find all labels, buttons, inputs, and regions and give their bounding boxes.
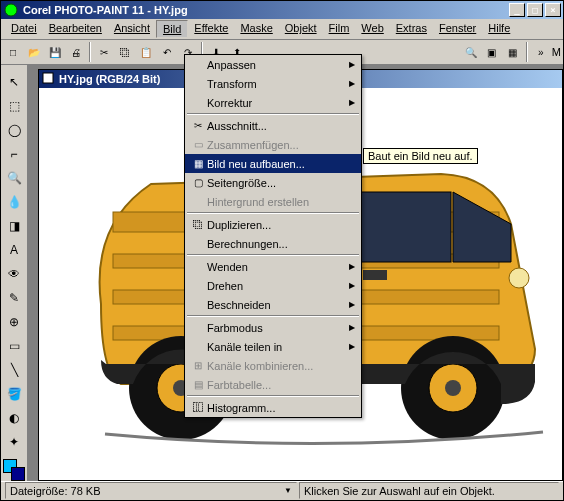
color-swatch[interactable] (3, 459, 25, 481)
close-button[interactable]: × (545, 3, 561, 17)
menuitem-transform[interactable]: Transform▶ (185, 74, 361, 93)
pointer-tool[interactable]: ↖ (3, 71, 25, 93)
toolbar-sep (526, 42, 528, 62)
background-color[interactable] (11, 467, 25, 481)
svg-point-14 (445, 380, 461, 396)
grid-button[interactable]: ▦ (503, 42, 523, 62)
print-button[interactable]: 🖨 (66, 42, 86, 62)
menuitem-label: Zusammenfügen... (207, 139, 299, 151)
rect-mask-tool[interactable]: ⬚ (3, 95, 25, 117)
cut-button[interactable]: ✂ (94, 42, 114, 62)
menuitem-label: Drehen (207, 280, 243, 292)
menuitem-beschneiden[interactable]: Beschneiden▶ (185, 295, 361, 314)
open-button[interactable]: 📂 (24, 42, 44, 62)
redeye-tool[interactable]: 👁 (3, 263, 25, 285)
menu-film[interactable]: Film (323, 20, 356, 38)
submenu-arrow-icon: ▶ (349, 342, 355, 351)
menu-datei[interactable]: Datei (5, 20, 43, 38)
menuitem-label: Hintergrund erstellen (207, 196, 309, 208)
menuitem-icon (189, 259, 207, 275)
line-tool[interactable]: ╲ (3, 359, 25, 381)
menuitem-icon: ⿻ (189, 217, 207, 233)
menu-fenster[interactable]: Fenster (433, 20, 482, 38)
menuitem-kan-le-kombinieren-: ⊞Kanäle kombinieren... (185, 356, 361, 375)
lasso-tool[interactable]: ◯ (3, 119, 25, 141)
launcher-button[interactable]: » (531, 42, 551, 62)
menuitem-zusammenf-gen-: ▭Zusammenfügen... (185, 135, 361, 154)
eyedropper-tool[interactable]: 💧 (3, 191, 25, 213)
submenu-arrow-icon: ▶ (349, 98, 355, 107)
menuitem-icon (189, 194, 207, 210)
menuitem-label: Berechnungen... (207, 238, 288, 250)
menuitem-hintergrund-erstellen: Hintergrund erstellen (185, 192, 361, 211)
menuitem-drehen[interactable]: Drehen▶ (185, 276, 361, 295)
menuitem-farbmodus[interactable]: Farbmodus▶ (185, 318, 361, 337)
menuitem-label: Kanäle kombinieren... (207, 360, 313, 372)
maximize-button[interactable]: □ (527, 3, 543, 17)
mask-button[interactable]: ▣ (482, 42, 502, 62)
new-button[interactable]: □ (3, 42, 23, 62)
menu-ansicht[interactable]: Ansicht (108, 20, 156, 38)
menuitem-icon (189, 95, 207, 111)
gradient-tool[interactable]: ◐ (3, 407, 25, 429)
menuitem-icon (189, 320, 207, 336)
menuitem-seitengr-e-[interactable]: ▢Seitengröße... (185, 173, 361, 192)
menu-effekte[interactable]: Effekte (188, 20, 234, 38)
window-title: Corel PHOTO-PAINT 11 - HY.jpg (23, 4, 507, 16)
menu-bearbeiten[interactable]: Bearbeiten (43, 20, 108, 38)
menuitem-icon (189, 236, 207, 252)
menu-maske[interactable]: Maske (234, 20, 278, 38)
paste-button[interactable]: 📋 (136, 42, 156, 62)
menuitem-bild-neu-aufbauen-[interactable]: ▦Bild neu aufbauen... (185, 154, 361, 173)
crop-tool[interactable]: ⌐ (3, 143, 25, 165)
minimize-button[interactable]: _ (509, 3, 525, 17)
toolbox: ↖ ⬚ ◯ ⌐ 🔍 💧 ◨ A 👁 ✎ ⊕ ▭ ╲ 🪣 ◐ ✦ (1, 65, 28, 481)
svg-point-15 (509, 268, 529, 288)
menuitem-icon: ▦ (189, 156, 207, 172)
menuitem-farbtabelle-: ▤Farbtabelle... (185, 375, 361, 394)
menu-bild[interactable]: Bild (156, 20, 188, 38)
menuitem-korrektur[interactable]: Korrektur▶ (185, 93, 361, 112)
menuitem-label: Farbmodus (207, 322, 263, 334)
effect-tool[interactable]: ✦ (3, 431, 25, 453)
menu-separator (187, 113, 359, 115)
menu-separator (187, 254, 359, 256)
eraser-tool[interactable]: ◨ (3, 215, 25, 237)
undo-button[interactable]: ↶ (157, 42, 177, 62)
zoom-button[interactable]: 🔍 (461, 42, 481, 62)
document-title: HY.jpg (RGB/24 Bit) (59, 73, 160, 85)
save-button[interactable]: 💾 (45, 42, 65, 62)
status-filesize[interactable]: Dateigröße: 78 KB ▼ (5, 482, 297, 499)
zoom-tool[interactable]: 🔍 (3, 167, 25, 189)
tooltip: Baut ein Bild neu auf. (363, 148, 478, 164)
menuitem-label: Bild neu aufbauen... (207, 158, 305, 170)
menuitem-label: Seitengröße... (207, 177, 276, 189)
shape-tool[interactable]: ▭ (3, 335, 25, 357)
menuitem-icon (189, 339, 207, 355)
menuitem-kan-le-teilen-in[interactable]: Kanäle teilen in▶ (185, 337, 361, 356)
copy-button[interactable]: ⿻ (115, 42, 135, 62)
menu-hilfe[interactable]: Hilfe (482, 20, 516, 38)
menu-extras[interactable]: Extras (390, 20, 433, 38)
menuitem-icon: ▤ (189, 377, 207, 393)
menu-objekt[interactable]: Objekt (279, 20, 323, 38)
text-tool[interactable]: A (3, 239, 25, 261)
app-icon (3, 2, 19, 18)
dropdown-icon[interactable]: ▼ (284, 486, 292, 495)
menuitem-anpassen[interactable]: Anpassen▶ (185, 55, 361, 74)
menuitem-histogramm-[interactable]: ⿲Histogramm... (185, 398, 361, 417)
menuitem-icon (189, 57, 207, 73)
menuitem-ausschnitt-[interactable]: ✂Ausschnitt... (185, 116, 361, 135)
menuitem-duplizieren-[interactable]: ⿻Duplizieren... (185, 215, 361, 234)
menubar: Datei Bearbeiten Ansicht Bild Effekte Ma… (1, 19, 563, 40)
menuitem-wenden[interactable]: Wenden▶ (185, 257, 361, 276)
menuitem-icon: ▢ (189, 175, 207, 191)
statusbar: Dateigröße: 78 KB ▼ Klicken Sie zur Ausw… (1, 481, 563, 500)
svg-rect-1 (43, 73, 53, 83)
menu-web[interactable]: Web (355, 20, 389, 38)
fill-tool[interactable]: 🪣 (3, 383, 25, 405)
brush-tool[interactable]: ✎ (3, 287, 25, 309)
clone-tool[interactable]: ⊕ (3, 311, 25, 333)
menuitem-berechnungen-[interactable]: Berechnungen... (185, 234, 361, 253)
menuitem-label: Transform (207, 78, 257, 90)
